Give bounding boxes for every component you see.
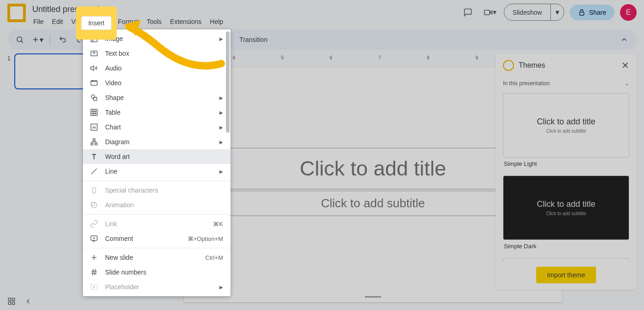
palette-icon: [503, 60, 514, 71]
svg-rect-6: [12, 302, 15, 304]
scrollbar[interactable]: [226, 31, 230, 133]
svg-rect-15: [93, 139, 95, 140]
video-call-icon[interactable]: ▾: [482, 4, 498, 21]
themes-panel-title: Themes: [519, 61, 617, 70]
theme-card-light[interactable]: Click to add title Click to add subtitle…: [503, 93, 629, 173]
chevron-right-icon: ▶: [219, 95, 223, 100]
menu-item-textbox[interactable]: Text box: [83, 46, 230, 61]
svg-rect-3: [8, 298, 11, 300]
collapse-filmstrip-icon[interactable]: [24, 297, 32, 305]
menu-edit[interactable]: Edit: [48, 16, 67, 27]
themes-subsection[interactable]: In this presentation ⌄: [496, 77, 637, 89]
menu-item-wordart[interactable]: Word art: [83, 149, 230, 164]
chevron-right-icon: ▶: [219, 36, 223, 41]
menu-item-animation: Animation: [83, 198, 230, 212]
chevron-right-icon: ▶: [219, 285, 223, 290]
menu-format[interactable]: Format: [114, 16, 142, 27]
grid-view-icon[interactable]: [7, 297, 16, 305]
svg-rect-17: [95, 143, 97, 145]
slide-number: 1: [7, 53, 11, 89]
plus-icon: [89, 253, 99, 262]
chart-icon: [89, 123, 99, 132]
menu-file[interactable]: File: [30, 16, 47, 27]
menu-item-specialchars: Special characters: [83, 183, 230, 198]
close-icon[interactable]: ✕: [621, 60, 629, 71]
slide-thumbnail[interactable]: [14, 53, 88, 89]
slides-logo[interactable]: [7, 4, 26, 22]
svg-rect-13: [91, 109, 97, 116]
menu-item-slidenumbers[interactable]: Slide numbers: [83, 265, 230, 280]
import-theme-button[interactable]: Import theme: [536, 267, 596, 283]
menu-item-diagram[interactable]: Diagram ▶: [83, 135, 230, 149]
menu-item-newslide[interactable]: New slide Ctrl+M: [83, 250, 230, 265]
menu-item-audio[interactable]: Audio: [83, 61, 230, 76]
chevron-right-icon: ▶: [219, 169, 223, 174]
collapse-toolbar-icon[interactable]: [617, 33, 631, 47]
svg-point-11: [91, 95, 95, 99]
svg-point-2: [17, 37, 22, 42]
svg-rect-5: [8, 302, 11, 304]
chevron-right-icon: ▶: [219, 125, 223, 130]
menu-item-video[interactable]: Video: [83, 76, 230, 90]
placeholder-icon: [89, 282, 99, 292]
share-label: Share: [589, 9, 606, 16]
svg-rect-4: [12, 298, 15, 300]
link-icon: [89, 219, 99, 228]
chevron-down-icon: ⌄: [625, 80, 629, 87]
menu-item-placeholder: Placeholder ▶: [83, 280, 230, 294]
menu-item-comment[interactable]: Comment ⌘+Option+M: [83, 231, 230, 246]
annotation-highlight: Insert: [76, 6, 117, 40]
menu-item-link: Link ⌘K: [83, 216, 230, 231]
menu-item-shape[interactable]: Shape ▶: [83, 90, 230, 105]
table-icon: [89, 108, 99, 117]
slideshow-button[interactable]: Slideshow: [504, 5, 550, 20]
svg-rect-1: [579, 12, 584, 15]
transition-button[interactable]: Transition: [235, 33, 272, 46]
menu-help[interactable]: Help: [206, 16, 227, 27]
lock-icon: [578, 9, 585, 16]
comment-icon: [89, 234, 99, 243]
svg-rect-0: [484, 10, 490, 15]
slideshow-dropdown[interactable]: ▾: [550, 4, 564, 20]
specialchars-icon: [89, 186, 99, 195]
hash-icon: [89, 268, 99, 277]
video-icon: [89, 78, 99, 88]
shape-icon: [89, 93, 99, 102]
insert-menu-dropdown: Image ▶ Text box Audio Video Shape ▶ Tab…: [83, 29, 230, 296]
subtitle-placeholder[interactable]: Click to add subtitle: [205, 191, 541, 216]
share-button[interactable]: Share: [570, 5, 614, 20]
menu-item-chart[interactable]: Chart ▶: [83, 120, 230, 135]
title-placeholder[interactable]: Click to add title: [205, 148, 541, 189]
account-avatar[interactable]: E: [620, 4, 637, 21]
animation-icon: [89, 200, 99, 210]
menu-extensions[interactable]: Extensions: [166, 16, 205, 27]
svg-rect-16: [91, 143, 93, 145]
notes-handle[interactable]: [365, 296, 381, 298]
line-icon: [89, 167, 99, 176]
comments-icon[interactable]: [460, 4, 476, 21]
chevron-right-icon: ▶: [219, 140, 223, 145]
undo-icon[interactable]: [56, 33, 70, 47]
textbox-icon: [89, 49, 99, 58]
menu-item-table[interactable]: Table ▶: [83, 105, 230, 120]
menu-item-line[interactable]: Line ▶: [83, 164, 230, 179]
wordart-icon: [89, 152, 99, 161]
menu-tools[interactable]: Tools: [143, 16, 165, 27]
chevron-right-icon: ▶: [219, 110, 223, 115]
diagram-icon: [89, 137, 99, 146]
new-slide-button[interactable]: ▾: [30, 33, 44, 47]
audio-icon: [89, 64, 99, 73]
theme-card-third[interactable]: Click to add title: [503, 258, 629, 262]
theme-card-dark[interactable]: Click to add title Click to add subtitle…: [503, 175, 629, 255]
search-icon[interactable]: [13, 33, 27, 47]
